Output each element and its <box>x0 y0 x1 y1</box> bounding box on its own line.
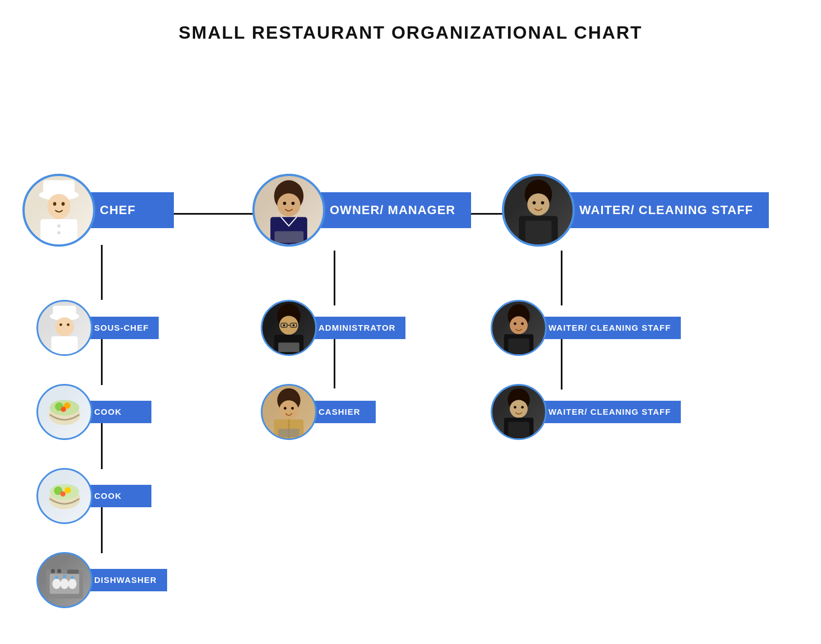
svg-point-32 <box>293 324 295 326</box>
svg-rect-13 <box>275 231 304 243</box>
svg-point-16 <box>533 201 536 205</box>
svg-point-36 <box>510 316 528 334</box>
cook1-node: COOK <box>36 384 151 440</box>
sous-chef-avatar <box>36 300 93 356</box>
svg-point-37 <box>514 322 516 325</box>
svg-point-7 <box>57 231 61 235</box>
page-title: SMALL RESTAURANT ORGANIZATIONAL CHART <box>0 0 821 71</box>
owner-label: OWNER/ MANAGER <box>314 192 471 229</box>
cashier-label: CASHIER <box>308 401 376 423</box>
svg-point-70 <box>63 575 66 578</box>
svg-point-31 <box>283 324 285 326</box>
svg-rect-25 <box>52 336 78 354</box>
administrator-node: ADMINISTRATOR <box>261 300 405 356</box>
owner-avatar <box>252 174 325 247</box>
svg-point-10 <box>283 202 287 205</box>
svg-point-66 <box>52 578 61 589</box>
svg-point-55 <box>514 406 516 409</box>
svg-point-67 <box>60 578 68 589</box>
waiter-top-avatar <box>502 174 575 247</box>
waiter-bot-label: WAITER/ CLEANING STAFF <box>538 401 681 423</box>
connector-waiter-top-mid-v <box>561 251 562 305</box>
svg-point-17 <box>541 201 545 205</box>
svg-point-73 <box>57 569 62 573</box>
svg-point-54 <box>510 400 528 418</box>
waiter-bot-node: WAITER/ CLEANING STAFF <box>491 384 681 440</box>
svg-point-48 <box>284 407 287 410</box>
chef-node: CHEF <box>22 174 174 247</box>
svg-point-23 <box>59 323 62 326</box>
svg-point-22 <box>55 317 74 336</box>
administrator-avatar <box>261 300 317 356</box>
svg-rect-40 <box>508 339 529 354</box>
waiter-bot-avatar <box>491 384 547 440</box>
cook1-label: COOK <box>84 401 151 423</box>
svg-rect-58 <box>508 422 529 438</box>
cook2-node: COOK <box>36 468 151 524</box>
svg-point-56 <box>521 406 524 409</box>
waiter-mid-label: WAITER/ CLEANING STAFF <box>538 317 681 339</box>
svg-point-69 <box>55 576 58 579</box>
svg-point-6 <box>57 224 61 228</box>
sous-chef-node: SOUS-CHEF <box>36 300 159 356</box>
dishwasher-avatar <box>36 552 93 608</box>
svg-point-68 <box>68 578 77 589</box>
svg-point-47 <box>279 400 298 419</box>
cook2-avatar <box>36 468 93 524</box>
cashier-avatar <box>261 384 317 440</box>
svg-point-49 <box>291 407 294 410</box>
svg-point-24 <box>67 323 70 326</box>
svg-rect-74 <box>67 569 79 574</box>
chef-avatar <box>22 174 95 247</box>
svg-point-15 <box>527 193 549 215</box>
connector-chef-sous-v <box>101 245 103 300</box>
svg-point-3 <box>53 202 57 206</box>
svg-rect-52 <box>278 429 299 437</box>
org-chart: CHEF OWNER/ MANAGER <box>0 71 821 644</box>
svg-rect-34 <box>278 342 299 352</box>
owner-node: OWNER/ MANAGER <box>252 174 471 247</box>
connector-owner-admin-v <box>334 251 335 305</box>
dishwasher-label: DISHWASHER <box>84 569 167 591</box>
svg-rect-19 <box>525 221 552 244</box>
svg-point-11 <box>292 202 295 205</box>
svg-point-38 <box>521 322 524 325</box>
cashier-node: CASHIER <box>261 384 376 440</box>
waiter-top-node: WAITER/ CLEANING STAFF <box>502 174 769 247</box>
chef-label: CHEF <box>84 192 174 229</box>
cook2-label: COOK <box>84 485 151 507</box>
svg-point-4 <box>62 202 65 206</box>
svg-point-72 <box>51 569 56 573</box>
svg-point-9 <box>277 193 300 216</box>
svg-point-71 <box>71 576 74 579</box>
cook1-avatar <box>36 384 93 440</box>
waiter-mid-avatar <box>491 300 547 356</box>
svg-point-45 <box>61 407 66 412</box>
svg-point-62 <box>64 487 71 493</box>
svg-point-2 <box>47 194 70 219</box>
administrator-label: ADMINISTRATOR <box>308 317 405 339</box>
dishwasher-node: DISHWASHER <box>36 552 167 608</box>
sous-chef-label: SOUS-CHEF <box>84 317 159 339</box>
waiter-mid-node: WAITER/ CLEANING STAFF <box>491 300 681 356</box>
svg-point-63 <box>60 492 65 497</box>
waiter-top-label: WAITER/ CLEANING STAFF <box>564 192 769 229</box>
